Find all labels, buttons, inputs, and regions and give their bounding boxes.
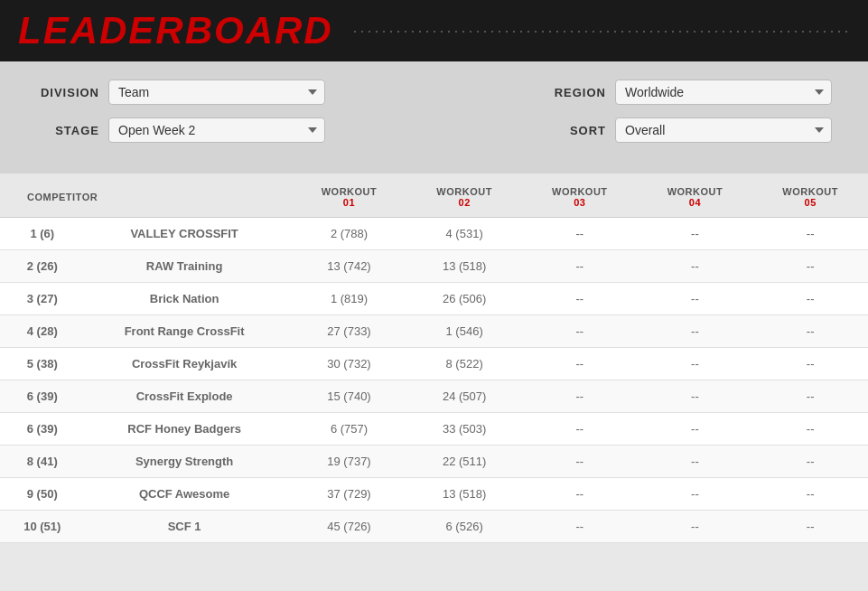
table-row: 9 (50)QCCF Awesome37 (729)13 (518)------ (0, 478, 868, 511)
region-select[interactable]: Worldwide North America Europe Asia Lati… (615, 80, 832, 105)
rank-cell: 6 (39) (0, 380, 81, 413)
col-workout-05[interactable]: WORKOUT 05 (752, 174, 868, 218)
workout-02-cell: 1 (546) (406, 315, 522, 348)
workout-02-cell: 22 (511) (406, 446, 522, 478)
workout-02-cell: 13 (518) (406, 250, 522, 283)
workout-03-cell: -- (522, 413, 638, 446)
workout-02-cell: 24 (507) (406, 380, 522, 413)
workout-02-cell: 26 (506) (406, 283, 522, 315)
col-workout-03[interactable]: WORKOUT 03 (522, 174, 638, 218)
division-select[interactable]: Team Individual Masters (108, 80, 325, 105)
competitor-name-cell[interactable]: RCF Honey Badgers (81, 413, 292, 446)
workout-04-cell: -- (638, 348, 753, 380)
workout-01-cell: 15 (740) (292, 380, 407, 413)
workout-05-cell: -- (752, 315, 868, 348)
table-header-row: COMPETITOR WORKOUT 01 WORKOUT 02 WORKOUT… (0, 174, 868, 218)
stage-row: STAGE Open Week 1 Open Week 2 Open Week … (36, 117, 832, 143)
table-row: 4 (28)Front Range CrossFit27 (733)1 (546… (0, 315, 868, 348)
header: LEADERBOARD (0, 0, 868, 61)
workout-02-cell: 4 (531) (406, 218, 522, 250)
rank-cell: 2 (26) (0, 250, 81, 283)
workout-01-cell: 37 (729) (292, 478, 407, 511)
competitor-name-cell[interactable]: VALLEY CROSSFIT (81, 218, 292, 250)
stage-select[interactable]: Open Week 1 Open Week 2 Open Week 3 Open… (108, 117, 325, 143)
competitor-name-cell[interactable]: SCF 1 (81, 511, 292, 543)
rank-cell: 9 (50) (0, 478, 81, 511)
workout-03-cell: -- (522, 283, 638, 315)
workout-04-cell: -- (638, 218, 753, 250)
workout-04-cell: -- (638, 283, 753, 315)
workout-05-cell: -- (752, 446, 868, 478)
region-group: REGION Worldwide North America Europe As… (543, 80, 832, 105)
competitor-name-cell[interactable]: Front Range CrossFit (81, 315, 292, 348)
table-row: 10 (51)SCF 145 (726)6 (526)------ (0, 511, 868, 543)
leaderboard-content: COMPETITOR WORKOUT 01 WORKOUT 02 WORKOUT… (0, 174, 868, 543)
workout-04-cell: -- (638, 511, 753, 543)
rank-cell: 1 (6) (0, 218, 81, 250)
workout-03-cell: -- (522, 250, 638, 283)
page-title: LEADERBOARD (18, 9, 333, 52)
workout-05-cell: -- (752, 250, 868, 283)
workout-04-cell: -- (638, 315, 753, 348)
workout-01-cell: 13 (742) (292, 250, 407, 283)
workout-04-cell: -- (638, 413, 753, 446)
workout-05-cell: -- (752, 283, 868, 315)
sort-label: SORT (543, 124, 606, 137)
competitor-name-cell[interactable]: RAW Training (81, 250, 292, 283)
workout-03-cell: -- (522, 446, 638, 478)
workout-03-cell: -- (522, 348, 638, 380)
competitor-name-cell[interactable]: CrossFit Explode (81, 380, 292, 413)
table-row: 3 (27)Brick Nation1 (819)26 (506)------ (0, 283, 868, 315)
workout-01-cell: 30 (732) (292, 348, 407, 380)
division-row: DIVISION Team Individual Masters REGION … (36, 80, 832, 105)
workout-05-cell: -- (752, 348, 868, 380)
table-row: 2 (26)RAW Training13 (742)13 (518)------ (0, 250, 868, 283)
workout-01-cell: 2 (788) (292, 218, 407, 250)
workout-03-cell: -- (522, 511, 638, 543)
workout-01-cell: 19 (737) (292, 446, 407, 478)
workout-04-cell: -- (638, 446, 753, 478)
workout-02-cell: 8 (522) (406, 348, 522, 380)
workout-02-cell: 6 (526) (406, 511, 522, 543)
division-label: DIVISION (36, 86, 99, 99)
col-workout-02[interactable]: WORKOUT 02 (406, 174, 522, 218)
workout-03-cell: -- (522, 218, 638, 250)
rank-cell: 4 (28) (0, 315, 81, 348)
competitor-name-cell[interactable]: CrossFit Reykjavík (81, 348, 292, 380)
workout-02-cell: 33 (503) (406, 413, 522, 446)
workout-01-cell: 45 (726) (292, 511, 407, 543)
workout-05-cell: -- (752, 380, 868, 413)
rank-cell: 8 (41) (0, 446, 81, 478)
competitor-name-cell[interactable]: Synergy Strength (81, 446, 292, 478)
competitor-name-cell[interactable]: QCCF Awesome (81, 478, 292, 511)
col-workout-01[interactable]: WORKOUT 01 (292, 174, 407, 218)
col-workout-04[interactable]: WORKOUT 04 (638, 174, 753, 218)
workout-03-cell: -- (522, 380, 638, 413)
table-row: 6 (39)RCF Honey Badgers6 (757)33 (503)--… (0, 413, 868, 446)
sort-group: SORT Overall Workout 01 Workout 02 Worko… (543, 117, 832, 143)
workout-01-cell: 1 (819) (292, 283, 407, 315)
workout-03-cell: -- (522, 478, 638, 511)
workout-05-cell: -- (752, 413, 868, 446)
competitor-name-cell[interactable]: Brick Nation (81, 283, 292, 315)
workout-03-cell: -- (522, 315, 638, 348)
workout-04-cell: -- (638, 478, 753, 511)
region-label: REGION (543, 86, 606, 99)
leaderboard-table: COMPETITOR WORKOUT 01 WORKOUT 02 WORKOUT… (0, 174, 868, 543)
table-row: 8 (41)Synergy Strength19 (737)22 (511)--… (0, 446, 868, 478)
rank-cell: 5 (38) (0, 348, 81, 380)
workout-05-cell: -- (752, 218, 868, 250)
table-row: 5 (38)CrossFit Reykjavík30 (732)8 (522)-… (0, 348, 868, 380)
stage-label: STAGE (36, 124, 99, 137)
rank-cell: 3 (27) (0, 283, 81, 315)
header-decoration (351, 28, 850, 33)
workout-04-cell: -- (638, 380, 753, 413)
workout-05-cell: -- (752, 478, 868, 511)
table-row: 6 (39)CrossFit Explode15 (740)24 (507)--… (0, 380, 868, 413)
workout-01-cell: 6 (757) (292, 413, 407, 446)
workout-01-cell: 27 (733) (292, 315, 407, 348)
workout-02-cell: 13 (518) (406, 478, 522, 511)
workout-05-cell: -- (752, 511, 868, 543)
controls-area: DIVISION Team Individual Masters REGION … (0, 61, 868, 174)
sort-select[interactable]: Overall Workout 01 Workout 02 Workout 03… (615, 117, 832, 143)
